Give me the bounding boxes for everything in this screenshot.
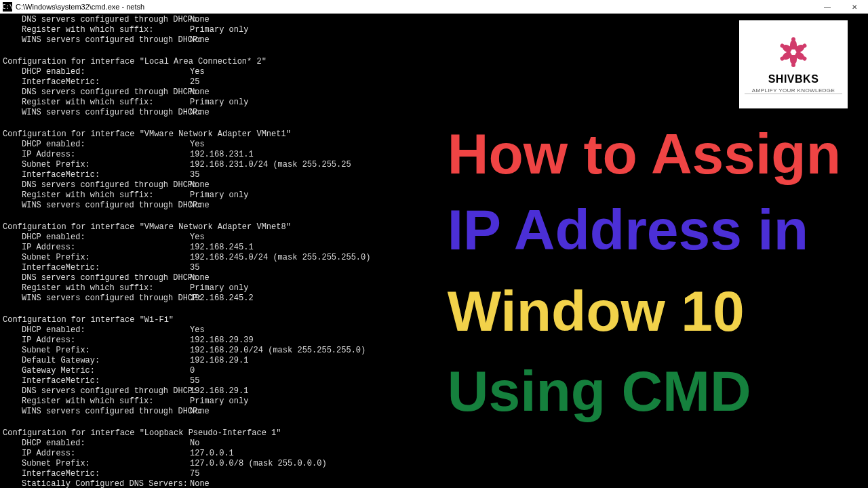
output-row: WINS servers configured through DHCP:Non… <box>3 35 865 45</box>
output-row: InterfaceMetric:25 <box>3 77 865 87</box>
brand-logo-card: SHIVBKS AMPLIFY YOUR KNOWLEDGE <box>739 20 848 108</box>
section-header: Configuration for interface "Local Area … <box>3 57 865 67</box>
title-line-1: How to Assign <box>448 122 841 186</box>
output-row: DHCP enabled:No <box>3 439 865 449</box>
output-row: DNS servers configured through DHCP:None <box>3 15 865 25</box>
brand-name: SHIVBKS <box>768 73 819 85</box>
minimize-button[interactable]: — <box>814 0 841 14</box>
title-line-4: Using CMD <box>448 359 841 423</box>
thumbnail-title-overlay: How to Assign IP Address in Window 10 Us… <box>448 122 841 423</box>
window-title: C:\Windows\system32\cmd.exe - netsh <box>16 3 144 11</box>
output-row: IP Address:127.0.0.1 <box>3 449 865 459</box>
output-row: DNS servers configured through DHCP:None <box>3 87 865 98</box>
brand-tagline: AMPLIFY YOUR KNOWLEDGE <box>752 87 835 94</box>
cmd-icon: C:\ <box>3 2 12 12</box>
section-header: Configuration for interface "Loopback Ps… <box>3 428 865 439</box>
close-button[interactable]: ✕ <box>841 0 868 14</box>
output-row: Statically Configured DNS Servers:None <box>3 479 865 488</box>
output-row: InterfaceMetric:75 <box>3 469 865 479</box>
output-row: DHCP enabled:Yes <box>3 67 865 77</box>
window-titlebar: C:\ C:\Windows\system32\cmd.exe - netsh … <box>0 0 868 14</box>
output-row: Subnet Prefix:127.0.0.0/8 (mask 255.0.0.… <box>3 459 865 469</box>
title-line-3: Window 10 <box>448 279 841 343</box>
output-row: WINS servers configured through DHCP:Non… <box>3 108 865 118</box>
brand-logo-icon <box>776 35 810 69</box>
output-row: Register with which suffix:Primary only <box>3 25 865 35</box>
title-line-2: IP Address in <box>448 198 841 262</box>
output-row: Register with which suffix:Primary only <box>3 98 865 108</box>
